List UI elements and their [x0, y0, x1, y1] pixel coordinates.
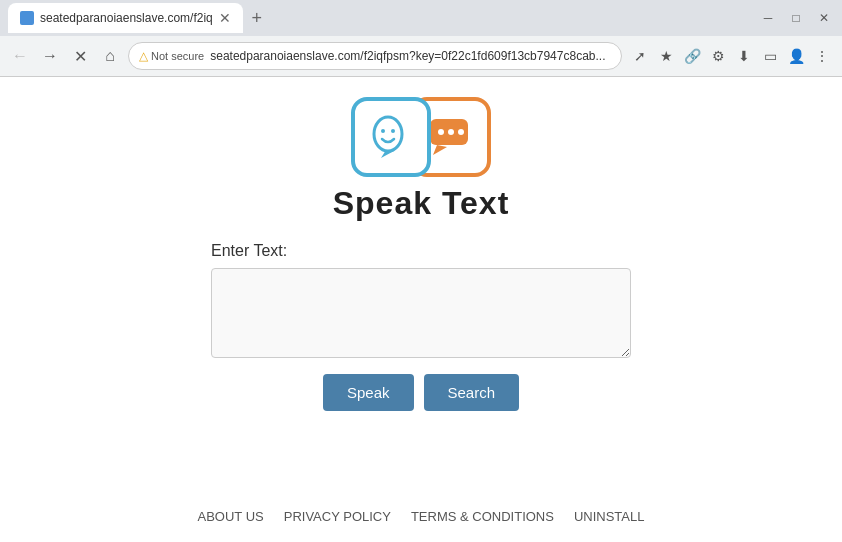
- terms-conditions-link[interactable]: TERMS & CONDITIONS: [411, 509, 554, 524]
- about-us-link[interactable]: ABOUT US: [198, 509, 264, 524]
- sidebar-icon[interactable]: ▭: [758, 44, 782, 68]
- page-content: Speak Text Enter Text: Speak Search ABOU…: [0, 77, 842, 542]
- active-tab[interactable]: seatedparanoiaenslave.com/f2iq ✕: [8, 3, 243, 33]
- svg-point-5: [448, 129, 454, 135]
- security-indicator: △ Not secure: [139, 49, 204, 63]
- search-button[interactable]: Search: [424, 374, 520, 411]
- tab-favicon: [20, 11, 34, 25]
- address-bar-row: ← → ✕ ⌂ △ Not secure seatedparanoiaensla…: [0, 36, 842, 76]
- download-icon[interactable]: ⬇: [732, 44, 756, 68]
- not-secure-label: Not secure: [151, 50, 204, 62]
- forward-button[interactable]: →: [38, 44, 62, 68]
- tab-close-button[interactable]: ✕: [219, 10, 231, 26]
- logo-title: Speak Text: [333, 185, 510, 222]
- tab-title: seatedparanoiaenslave.com/f2iq: [40, 11, 213, 25]
- svg-point-0: [374, 117, 402, 151]
- svg-point-6: [458, 129, 464, 135]
- maximize-button[interactable]: □: [786, 8, 806, 28]
- address-bar[interactable]: △ Not secure seatedparanoiaenslave.com/f…: [128, 42, 622, 70]
- buttons-row: Speak Search: [323, 374, 519, 411]
- home-button[interactable]: ⌂: [98, 44, 122, 68]
- privacy-policy-link[interactable]: PRIVACY POLICY: [284, 509, 391, 524]
- tab-bar: seatedparanoiaenslave.com/f2iq ✕ + ─ □ ✕: [0, 0, 842, 36]
- bookmark-icon[interactable]: ★: [654, 44, 678, 68]
- orange-bubble-svg: [425, 111, 477, 163]
- window-controls: ─ □ ✕: [758, 8, 834, 28]
- svg-point-4: [438, 129, 444, 135]
- refresh-button[interactable]: ✕: [68, 44, 92, 68]
- puzzle-icon[interactable]: ⚙: [706, 44, 730, 68]
- svg-point-1: [381, 129, 385, 133]
- uninstall-link[interactable]: UNINSTALL: [574, 509, 645, 524]
- menu-icon[interactable]: ⋮: [810, 44, 834, 68]
- back-button[interactable]: ←: [8, 44, 32, 68]
- text-input[interactable]: [211, 268, 631, 358]
- logo-container: Speak Text: [333, 97, 510, 222]
- extension1-icon[interactable]: 🔗: [680, 44, 704, 68]
- enter-text-label: Enter Text:: [211, 242, 287, 260]
- minimize-button[interactable]: ─: [758, 8, 778, 28]
- speak-button[interactable]: Speak: [323, 374, 414, 411]
- browser-frame: seatedparanoiaenslave.com/f2iq ✕ + ─ □ ✕…: [0, 0, 842, 77]
- blue-face-svg: [366, 112, 416, 162]
- svg-point-2: [391, 129, 395, 133]
- profile-icon[interactable]: 👤: [784, 44, 808, 68]
- share-icon[interactable]: ➚: [628, 44, 652, 68]
- footer-links: ABOUT US PRIVACY POLICY TERMS & CONDITIO…: [198, 493, 645, 532]
- close-button[interactable]: ✕: [814, 8, 834, 28]
- new-tab-button[interactable]: +: [243, 4, 271, 32]
- url-text: seatedparanoiaenslave.com/f2iqfpsm?key=0…: [210, 49, 605, 63]
- logo-blue-icon: [351, 97, 431, 177]
- toolbar-icons: ➚ ★ 🔗 ⚙ ⬇ ▭ 👤 ⋮: [628, 44, 834, 68]
- form-section: Enter Text: Speak Search: [211, 242, 631, 411]
- logo-icons: [351, 97, 491, 177]
- warning-icon: △: [139, 49, 148, 63]
